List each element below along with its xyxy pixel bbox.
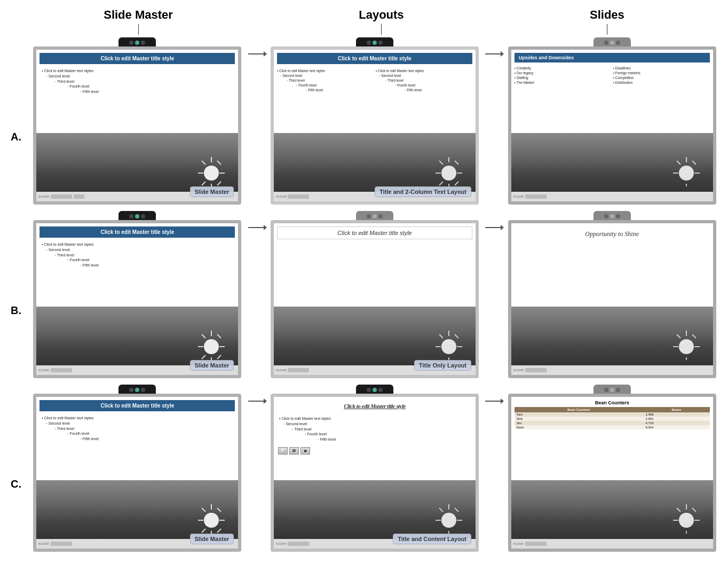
connector-a-1-2 bbox=[248, 53, 264, 54]
svg-line-47 bbox=[692, 334, 696, 338]
svg-line-16 bbox=[439, 182, 443, 185]
sun-icon-c3 bbox=[670, 502, 702, 534]
sun-icon-a2 bbox=[433, 154, 465, 186]
slide-title-a2: Click to edit Master title style bbox=[277, 53, 472, 64]
slide-b3[interactable]: Opportunity to Shine bbox=[508, 211, 716, 378]
rows-container: A. Click to bbox=[11, 37, 717, 552]
upsides-col1: Creativity Our legacy Staffing The Marke… bbox=[515, 66, 611, 85]
sun-icon-c1 bbox=[195, 502, 227, 534]
tab-dot-a2-1 bbox=[367, 41, 371, 45]
svg-line-6 bbox=[217, 161, 221, 165]
slide-landscape-b2 bbox=[274, 307, 476, 365]
svg-line-24 bbox=[692, 161, 696, 165]
row-b-col2: Click to edit Master title style bbox=[270, 211, 480, 378]
slide-body-b1: Click to edit Master text styles Second … bbox=[36, 240, 238, 271]
svg-line-23 bbox=[677, 161, 680, 165]
tab-bar-c2 bbox=[271, 385, 479, 394]
slide-title-a1: Click to edit Master title style bbox=[39, 53, 235, 64]
col-text-a2-2: Click to edit Master text styles Second … bbox=[376, 68, 472, 92]
tab-b3 bbox=[594, 211, 631, 220]
slide-layout-a[interactable]: Click to edit Master title style Click t… bbox=[271, 37, 479, 205]
slide-frame-b1: Click to edit Master title style Click t… bbox=[33, 220, 241, 378]
slide-layout-c[interactable]: Click to edit Master title style Click t… bbox=[271, 385, 479, 552]
slide-master-b[interactable]: Click to edit Master title style Click t… bbox=[33, 211, 241, 378]
header-labels: Slide Master Layouts Slides bbox=[11, 5, 717, 37]
tab-bar-a1 bbox=[33, 37, 241, 46]
tab-dot-a2-2 bbox=[373, 41, 377, 45]
slide-c3[interactable]: Bean Counters Bean Counters Beans bbox=[508, 385, 716, 552]
slide-body-c1: Click to edit Master text styles Second … bbox=[36, 413, 238, 444]
row-c-col2: Click to edit Master title style Click t… bbox=[270, 385, 480, 552]
row-b-content: Click to edit Master title style Click t… bbox=[32, 211, 717, 378]
svg-line-63 bbox=[455, 508, 458, 512]
connector-b-1-2 bbox=[248, 227, 264, 228]
slide-frame-a3: Upsides and Downsides Creativity Our leg… bbox=[508, 46, 716, 205]
tab-bar-b1 bbox=[33, 211, 241, 220]
tab-bar-c3 bbox=[508, 385, 716, 394]
slide-inner-b2: Click to edit Master title style bbox=[274, 223, 476, 375]
slide-a3[interactable]: Upsides and Downsides Creativity Our leg… bbox=[508, 37, 716, 205]
tab-c3 bbox=[594, 385, 631, 394]
tab-c1 bbox=[118, 385, 156, 394]
svg-line-33 bbox=[217, 355, 221, 359]
svg-point-34 bbox=[441, 339, 456, 354]
slide-title-b1: Click to edit Master title style bbox=[39, 226, 235, 238]
connector-line-a1 bbox=[248, 53, 264, 54]
svg-line-15 bbox=[455, 161, 458, 165]
tab-bar-a3 bbox=[508, 37, 716, 46]
bean-table-title: Bean Counters bbox=[515, 400, 710, 405]
table-row: Dave 9,914 bbox=[515, 425, 710, 429]
row-a-col1: Click to edit Master title style Click t… bbox=[32, 37, 243, 205]
svg-line-54 bbox=[217, 508, 221, 512]
slide-landscape-c2 bbox=[274, 480, 476, 539]
bean-col-header-1: Bean Counters bbox=[515, 407, 644, 412]
header-layouts: Layouts bbox=[359, 8, 403, 35]
upsides-col2: Deadlines Foreign markets Competition Di… bbox=[613, 66, 710, 85]
slide-landscape-a2 bbox=[274, 133, 476, 192]
slide-title-c2: Click to edit Master title style bbox=[277, 400, 472, 412]
row-a-label: A. bbox=[11, 99, 32, 143]
slide-landscape-a1 bbox=[36, 133, 238, 192]
svg-line-30 bbox=[202, 334, 205, 338]
table-row: Tom 1,409 bbox=[515, 412, 710, 417]
slide-title-c1: Click to edit Master title style bbox=[39, 400, 235, 411]
row-c-label: C. bbox=[11, 446, 32, 490]
header-slide-master: Slide Master bbox=[104, 8, 173, 35]
svg-line-69 bbox=[677, 508, 680, 512]
table-row: Jim 4,715 bbox=[515, 421, 710, 425]
slide-master-a[interactable]: Click to edit Master title style Click t… bbox=[33, 37, 241, 205]
arrow-line-2 bbox=[381, 24, 382, 35]
slide-inner-a3: Upsides and Downsides Creativity Our leg… bbox=[511, 50, 713, 201]
row-c-col3: Bean Counters Bean Counters Beans bbox=[507, 385, 717, 552]
slide-layout-b[interactable]: Click to edit Master title style bbox=[271, 211, 479, 378]
slide-landscape-c1 bbox=[36, 480, 238, 539]
connector-line-b1 bbox=[248, 227, 264, 228]
row-b: B. Click to bbox=[11, 211, 717, 378]
icon-box-3: 📽 bbox=[300, 447, 310, 455]
bean-counters-table: Bean Counters Bean Counters Beans bbox=[515, 400, 710, 429]
svg-line-7 bbox=[202, 182, 205, 185]
header-slides: Slides bbox=[590, 8, 624, 35]
svg-line-56 bbox=[217, 529, 221, 533]
slide-inner-c2: Click to edit Master title style Click t… bbox=[274, 397, 476, 549]
bean-table-data: Bean Counters Beans Tom 1,409 bbox=[515, 407, 710, 429]
slide-bottom-bar-c3: 8/1/2008 bbox=[511, 539, 713, 549]
slide-body-a1: Click to edit Master text styles Second … bbox=[36, 66, 238, 97]
svg-point-9 bbox=[441, 166, 456, 181]
label-badge-b1: Slide Master bbox=[190, 360, 234, 371]
row-a: A. Click to bbox=[11, 37, 717, 205]
tab-dot-c1-3 bbox=[141, 388, 145, 392]
connector-line-a2 bbox=[485, 53, 501, 54]
tab-bar-a2 bbox=[271, 37, 479, 46]
slide-landscape-a3 bbox=[511, 133, 713, 192]
slide-inner-a2: Click to edit Master title style Click t… bbox=[274, 50, 476, 201]
table-row: Rick 2,901 bbox=[515, 417, 710, 421]
row-b-col3: Opportunity to Shine bbox=[507, 211, 717, 378]
slide-body-c2: Click to edit Master text styles Second … bbox=[274, 414, 476, 445]
slide-master-c[interactable]: Click to edit Master title style Click t… bbox=[33, 385, 241, 552]
label-badge-a1: Slide Master bbox=[190, 186, 234, 197]
connector-line-b2 bbox=[485, 227, 501, 228]
tab-dot-c2-3 bbox=[378, 388, 383, 392]
svg-line-17 bbox=[455, 182, 458, 185]
connector-line-c2 bbox=[485, 401, 501, 402]
